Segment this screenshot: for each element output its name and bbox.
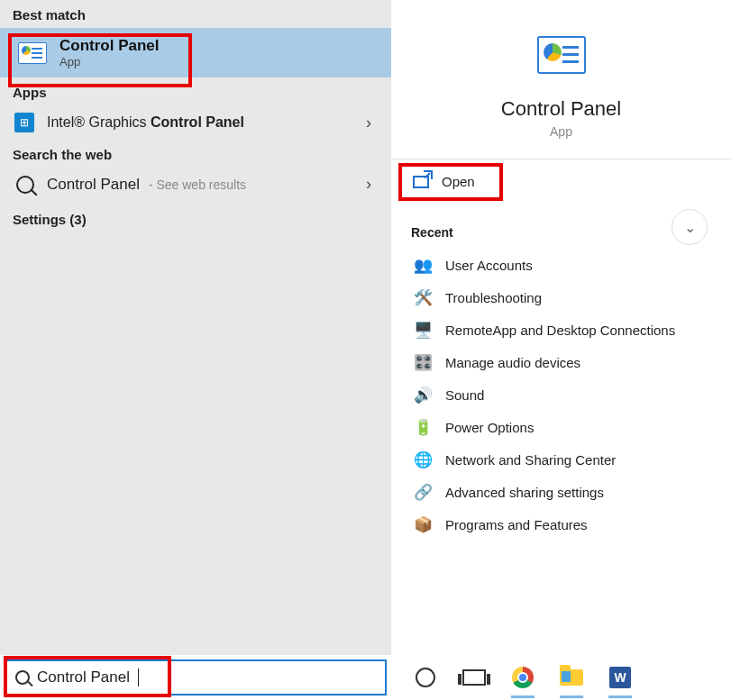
recent-item-icon: 🎛️ — [413, 352, 433, 372]
actions-row: Open ⌄ — [391, 159, 731, 204]
text-cursor — [138, 668, 139, 686]
settings-label[interactable]: Settings (3) — [0, 201, 391, 238]
search-icon — [16, 176, 34, 194]
intel-graphics-icon: ⊞ — [14, 113, 34, 132]
start-search-right-pane: Control Panel App Open ⌄ Recent 👥User Ac… — [391, 0, 731, 655]
web-result-control-panel[interactable]: Control Panel - See web results › — [0, 168, 391, 201]
recent-item[interactable]: 📦Programs and Features — [409, 508, 713, 541]
apps-item-label: Intel® Graphics Control Panel — [47, 114, 353, 131]
recent-item-label: Advanced sharing settings — [445, 485, 604, 500]
recent-item[interactable]: 🛠️Troubleshooting — [409, 281, 713, 314]
word-icon: W — [609, 667, 631, 688]
recent-item-label: Sound — [445, 387, 484, 403]
taskbar-file-explorer[interactable] — [558, 664, 585, 691]
recent-item[interactable]: 🔋Power Options — [409, 411, 713, 443]
recent-item-icon: 🔗 — [413, 482, 433, 502]
taskbar-chrome[interactable] — [509, 664, 536, 691]
recent-area: Recent 👥User Accounts🛠️Troubleshooting🖥️… — [391, 204, 731, 541]
best-match-subtitle: App — [59, 55, 160, 68]
recent-item[interactable]: 🖥️RemoteApp and Desktop Connections — [409, 314, 713, 346]
apps-label: Apps — [0, 77, 391, 105]
task-view-button[interactable] — [461, 664, 488, 691]
recent-item-icon: 🛠️ — [413, 287, 433, 307]
task-view-icon — [462, 669, 486, 686]
taskbar: Control Panel W — [0, 655, 731, 700]
chevron-down-icon: ⌄ — [684, 219, 696, 236]
right-title: Control Panel — [501, 97, 621, 121]
recent-item[interactable]: 🎛️Manage audio devices — [409, 346, 713, 378]
search-web-label: Search the web — [0, 140, 391, 168]
best-match-label: Best match — [0, 0, 391, 28]
right-header: Control Panel App — [391, 36, 731, 159]
recent-item-label: Manage audio devices — [445, 355, 580, 370]
recent-item-icon: 🖥️ — [413, 320, 433, 340]
open-action[interactable]: Open — [409, 168, 479, 195]
cortana-button[interactable] — [412, 664, 439, 691]
recent-item-icon: 👥 — [413, 255, 433, 275]
best-match-labels: Control Panel App — [59, 37, 160, 68]
apps-item-intel-graphics[interactable]: ⊞ Intel® Graphics Control Panel › — [0, 105, 391, 140]
search-icon — [15, 670, 30, 685]
taskbar-icons: W — [387, 664, 634, 691]
chevron-right-icon: › — [366, 175, 379, 194]
start-search-left-pane: Best match Control Panel App Apps ⊞ Inte… — [0, 0, 391, 655]
chevron-right-icon: › — [366, 114, 379, 132]
recent-item-label: Power Options — [445, 420, 534, 435]
open-label: Open — [442, 174, 475, 189]
recent-item[interactable]: 🔊Sound — [409, 378, 713, 411]
folder-icon — [560, 669, 583, 686]
recent-item[interactable]: 🌐Network and Sharing Center — [409, 443, 713, 476]
control-panel-icon — [537, 36, 586, 74]
recent-item-icon: 📦 — [413, 514, 433, 534]
recent-item-label: Troubleshooting — [445, 290, 542, 305]
recent-item-icon: 🌐 — [413, 450, 433, 469]
recent-item-label: Programs and Features — [445, 517, 588, 532]
search-input-value: Control Panel — [37, 668, 130, 686]
web-result-label: Control Panel - See web results — [47, 176, 353, 194]
recent-label: Recent — [411, 225, 713, 240]
taskbar-search-box[interactable]: Control Panel — [5, 659, 387, 695]
chrome-icon — [512, 667, 534, 688]
recent-item-icon: 🔋 — [413, 417, 433, 437]
best-match-control-panel[interactable]: Control Panel App — [0, 28, 391, 77]
recent-item-label: User Accounts — [445, 258, 533, 273]
recent-item-label: Network and Sharing Center — [445, 452, 616, 468]
recent-item-icon: 🔊 — [413, 385, 433, 405]
recent-item-label: RemoteApp and Desktop Connections — [445, 323, 675, 338]
recent-item[interactable]: 🔗Advanced sharing settings — [409, 476, 713, 508]
right-subtitle: App — [550, 124, 572, 139]
best-match-title: Control Panel — [59, 37, 160, 55]
taskbar-word[interactable]: W — [607, 664, 634, 691]
recent-item[interactable]: 👥User Accounts — [409, 249, 713, 281]
cortana-icon — [416, 668, 435, 687]
expand-button[interactable]: ⌄ — [672, 209, 708, 245]
open-icon — [413, 176, 429, 188]
control-panel-icon — [18, 42, 47, 64]
